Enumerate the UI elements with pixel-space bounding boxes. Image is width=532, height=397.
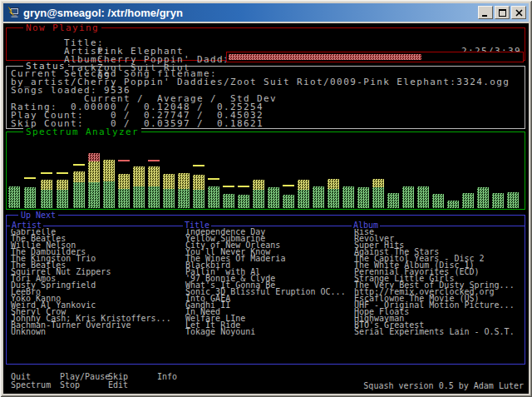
column-header-title[interactable]: Title bbox=[183, 222, 211, 229]
spectrum-bar bbox=[88, 153, 100, 208]
progress-fill bbox=[229, 54, 421, 60]
spectrum-bar bbox=[73, 171, 85, 208]
spectrum-bar bbox=[447, 201, 459, 208]
table-row[interactable]: GabrielleIndependence DayRise bbox=[7, 229, 525, 236]
spectrum-bar bbox=[208, 186, 219, 208]
spectrum-bar bbox=[41, 180, 52, 208]
spectrum-bar bbox=[238, 195, 249, 208]
spectrum-bar bbox=[402, 186, 414, 208]
menu-item-edit[interactable]: Edit bbox=[108, 382, 128, 389]
menu-item-playpause[interactable]: Play/Pause bbox=[60, 374, 110, 380]
spectrum-bar bbox=[387, 193, 399, 208]
menu-item-spectrum[interactable]: Spectrum bbox=[11, 382, 51, 389]
maximize-icon bbox=[499, 9, 506, 17]
table-row[interactable]: UnknownTokage NoyouniSerial Experiments … bbox=[7, 329, 525, 335]
cell-artist: Unknown bbox=[11, 329, 46, 335]
spectrum-bar bbox=[148, 166, 160, 208]
spectrum-bar bbox=[133, 166, 145, 208]
peak-marker bbox=[73, 164, 85, 166]
spectrum-bar bbox=[432, 194, 444, 208]
peak-marker bbox=[148, 160, 160, 161]
cell-title: Tokage Noyouni bbox=[185, 329, 255, 335]
minimize-button[interactable] bbox=[478, 6, 493, 19]
window-titlebar[interactable]: gryn@smeagol: /xtr/home/gryn bbox=[3, 3, 529, 22]
terminal-screen: Now Playing Title: Pink Elephant Artist:… bbox=[3, 23, 529, 394]
peak-marker bbox=[118, 160, 130, 161]
spectrum-bar bbox=[253, 180, 264, 208]
peak-marker bbox=[208, 178, 219, 180]
spectrum-bar bbox=[477, 187, 489, 208]
peak-marker bbox=[24, 177, 36, 179]
menu-item-skip[interactable]: Skip bbox=[108, 374, 128, 380]
spectrum-bar bbox=[357, 187, 369, 208]
window-controls bbox=[478, 6, 526, 19]
spectrum-bar bbox=[103, 160, 115, 208]
spectrum-bar bbox=[178, 173, 190, 208]
terminal-icon bbox=[7, 6, 20, 19]
peak-marker bbox=[238, 186, 249, 187]
spectrum-bar bbox=[298, 180, 309, 208]
terminal-window: gryn@smeagol: /xtr/home/gryn Now Playing… bbox=[0, 0, 532, 397]
version-text: Squash version 0.5 by Adam Luter bbox=[363, 383, 524, 390]
spectrum-bar bbox=[24, 187, 36, 208]
spectrum-bar bbox=[313, 186, 324, 208]
menu-item-info[interactable]: Info bbox=[157, 374, 177, 380]
column-header-album[interactable]: Album bbox=[352, 222, 380, 229]
cell-album: Serial Experiments Lain - O.S.T. bbox=[354, 329, 515, 335]
spectrum-bar bbox=[163, 174, 175, 208]
spectrum-bar bbox=[372, 179, 384, 208]
peak-marker bbox=[283, 185, 294, 186]
spectrum-section: Spectrum Analyzer bbox=[6, 132, 525, 210]
table-row[interactable]: Weird Al YankovicGandhi IIUHF - Original… bbox=[7, 302, 525, 309]
maximize-button[interactable] bbox=[495, 6, 510, 19]
status-section: Status Current Selected Song filename: b… bbox=[6, 66, 525, 129]
close-icon bbox=[515, 9, 523, 17]
minimize-icon bbox=[482, 9, 489, 17]
spectrum-bars bbox=[7, 132, 525, 209]
spectrum-bar bbox=[8, 186, 20, 208]
up-next-section: Up Next Artist Title Album GabrielleInde… bbox=[6, 215, 525, 365]
spectrum-bar bbox=[268, 187, 279, 208]
peak-marker bbox=[57, 172, 68, 174]
up-next-rows: GabrielleIndependence DayRiseThe Beatles… bbox=[7, 216, 525, 364]
spectrum-bar bbox=[507, 192, 519, 208]
spectrum-bar bbox=[193, 175, 204, 208]
column-header-artist[interactable]: Artist bbox=[10, 222, 43, 229]
spectrum-bar bbox=[492, 193, 504, 208]
progress-bar[interactable] bbox=[226, 52, 524, 62]
spectrum-bar bbox=[57, 180, 68, 208]
peak-marker bbox=[41, 172, 52, 174]
window-title: gryn@smeagol: /xtr/home/gryn bbox=[23, 7, 478, 19]
spectrum-bar bbox=[462, 193, 474, 208]
spectrum-bar bbox=[342, 186, 354, 208]
spectrum-bar bbox=[283, 195, 294, 208]
spectrum-bar bbox=[118, 174, 130, 208]
menu-item-quit[interactable]: Quit bbox=[11, 374, 31, 380]
close-button[interactable] bbox=[511, 6, 526, 19]
peak-marker bbox=[223, 186, 234, 187]
spectrum-bar bbox=[223, 194, 234, 208]
spectrum-bar bbox=[328, 179, 339, 208]
peak-marker bbox=[193, 165, 204, 166]
menu-item-stop[interactable]: Stop bbox=[60, 382, 80, 389]
spectrum-bar bbox=[417, 186, 429, 208]
